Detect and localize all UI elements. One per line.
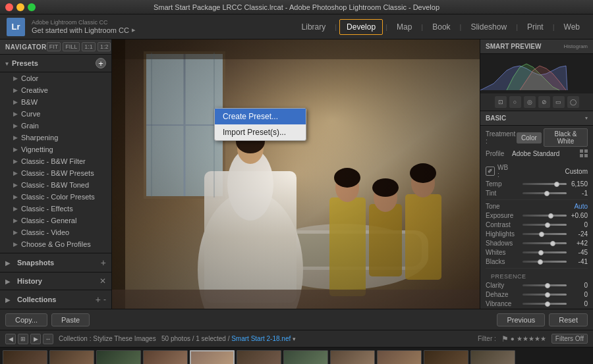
exposure-thumb[interactable]: [548, 213, 553, 219]
nav-compare-btn[interactable]: ↔: [43, 334, 53, 344]
one-to-two-btn[interactable]: 1:2: [98, 42, 111, 51]
blacks-slider[interactable]: [522, 261, 567, 263]
preset-grain[interactable]: ▶Grain: [0, 120, 111, 132]
contrast-slider[interactable]: [522, 224, 567, 226]
tab-library[interactable]: Library: [295, 20, 333, 34]
bw-btn[interactable]: Black & White: [544, 128, 588, 147]
tool-radial[interactable]: ◯: [567, 96, 579, 108]
collections-section[interactable]: ▶ Collections + -: [0, 290, 111, 309]
smart-preview-header[interactable]: Smart Preview Histogram: [480, 39, 593, 54]
highlights-slider[interactable]: [522, 233, 567, 235]
reset-button[interactable]: Reset: [549, 313, 588, 326]
basic-section-header[interactable]: Basic ▾: [480, 111, 593, 126]
dehaze-slider[interactable]: [522, 294, 567, 296]
temp-thumb[interactable]: [554, 182, 559, 187]
navigator-header[interactable]: Navigator FIT FILL 1:1 1:2: [0, 39, 111, 55]
preset-classic-video[interactable]: ▶Classic - Video: [0, 226, 111, 238]
color-btn[interactable]: Color: [517, 132, 542, 143]
dropdown-arrow[interactable]: ▾: [293, 336, 296, 342]
preset-sharpening[interactable]: ▶Sharpening: [0, 132, 111, 143]
preset-curve[interactable]: ▶Curve: [0, 108, 111, 120]
snapshots-section[interactable]: ▶ Snapshots +: [0, 253, 111, 272]
close-button[interactable]: [5, 3, 13, 11]
nav-left-btn[interactable]: ◀: [5, 334, 16, 344]
auto-btn[interactable]: Auto: [574, 203, 588, 210]
preset-classic-general[interactable]: ▶Classic - General: [0, 215, 111, 226]
whites-slider[interactable]: [522, 251, 567, 253]
history-clear-icon[interactable]: ✕: [99, 276, 106, 286]
filmstrip-thumb-2[interactable]: [96, 350, 141, 365]
filmstrip-thumb-7[interactable]: [330, 350, 375, 365]
filters-off-btn[interactable]: Filters Off: [551, 334, 588, 344]
one-to-one-btn[interactable]: 1:1: [82, 42, 96, 51]
previous-button[interactable]: Previous: [497, 313, 545, 326]
preset-dropdown[interactable]: Create Preset... Import Preset(s)...: [214, 108, 306, 141]
vibrance-slider[interactable]: [522, 303, 567, 305]
filmstrip-thumb-6[interactable]: [283, 350, 328, 365]
filmstrip-thumb-1[interactable]: [49, 350, 94, 365]
vibrance-thumb[interactable]: [545, 301, 550, 307]
dropdown-import-presets[interactable]: Import Preset(s)...: [215, 124, 306, 140]
highlights-thumb[interactable]: [539, 232, 544, 237]
filmstrip-thumb-4[interactable]: [190, 350, 235, 365]
filmstrip-thumb-8[interactable]: [377, 350, 422, 365]
collections-remove-icon[interactable]: -: [103, 295, 106, 304]
smart-start-link[interactable]: Smart Start 2-18.nef: [231, 335, 291, 342]
minimize-button[interactable]: [16, 3, 24, 11]
exposure-slider[interactable]: [522, 215, 567, 217]
filmstrip-thumb-10[interactable]: [470, 350, 515, 365]
whites-thumb[interactable]: [538, 250, 544, 255]
tool-heal[interactable]: ○: [509, 96, 521, 108]
snapshots-add-icon[interactable]: +: [101, 257, 106, 268]
eyedropper-icon[interactable]: ✐: [486, 167, 495, 176]
tool-redeye[interactable]: ◎: [524, 96, 536, 108]
tab-book[interactable]: Book: [426, 20, 457, 34]
shadows-slider[interactable]: [522, 242, 567, 244]
collections-add-icon[interactable]: +: [96, 294, 101, 305]
add-preset-button[interactable]: +: [96, 58, 106, 68]
color-filter[interactable]: ●: [511, 335, 515, 342]
nav-grid-btn[interactable]: ⊞: [18, 334, 28, 344]
clarity-thumb[interactable]: [545, 283, 550, 288]
profile-icon[interactable]: [580, 149, 588, 157]
tool-grad[interactable]: ▭: [553, 96, 565, 108]
paste-button[interactable]: Paste: [51, 313, 90, 326]
tab-map[interactable]: Map: [390, 20, 418, 34]
shadows-thumb[interactable]: [550, 241, 555, 246]
preset-bw[interactable]: ▶B&W: [0, 96, 111, 108]
preset-creative[interactable]: ▶Creative: [0, 84, 111, 96]
subtitle-arrow[interactable]: ▸: [132, 26, 136, 34]
temp-slider[interactable]: [522, 183, 567, 185]
preset-classic-bw-filter[interactable]: ▶Classic - B&W Filter: [0, 155, 111, 167]
flag-filter[interactable]: ⚑: [501, 334, 509, 344]
preset-classic-bw-toned[interactable]: ▶Classic - B&W Toned: [0, 179, 111, 191]
preset-classic-bw-presets[interactable]: ▶Classic - B&W Presets: [0, 167, 111, 179]
preset-vignetting[interactable]: ▶Vignetting: [0, 143, 111, 155]
preset-classic-color[interactable]: ▶Classic - Color Presets: [0, 191, 111, 203]
dropdown-create-preset[interactable]: Create Preset...: [215, 109, 306, 124]
filmstrip-thumb-5[interactable]: [237, 350, 281, 365]
fill-btn[interactable]: FILL: [63, 42, 80, 51]
tint-thumb[interactable]: [544, 191, 550, 196]
history-section[interactable]: ▶ History ✕: [0, 272, 111, 290]
filmstrip-thumb-3[interactable]: [143, 350, 188, 365]
preset-color[interactable]: ▶Color: [0, 72, 111, 84]
copy-button[interactable]: Copy...: [5, 313, 47, 326]
dehaze-thumb[interactable]: [545, 292, 550, 298]
blacks-thumb[interactable]: [538, 259, 543, 265]
tab-web[interactable]: Web: [557, 20, 586, 34]
tab-develop[interactable]: Develop: [339, 19, 383, 35]
contrast-thumb[interactable]: [545, 222, 550, 228]
fit-btn[interactable]: FIT: [47, 42, 61, 51]
maximize-button[interactable]: [28, 3, 36, 11]
filmstrip-thumb-0[interactable]: [3, 350, 47, 365]
tab-print[interactable]: Print: [521, 20, 550, 34]
preset-classic-effects[interactable]: ▶Classic - Effects: [0, 203, 111, 215]
clarity-slider[interactable]: [522, 284, 567, 286]
tool-brush[interactable]: ⊘: [538, 96, 550, 108]
presets-header[interactable]: ▾ Presets +: [0, 55, 111, 72]
filmstrip-thumb-9[interactable]: [424, 350, 468, 365]
star-filter[interactable]: ★★★★★: [517, 335, 546, 342]
tab-slideshow[interactable]: Slideshow: [464, 20, 513, 34]
tool-crop[interactable]: ⊡: [495, 96, 507, 108]
